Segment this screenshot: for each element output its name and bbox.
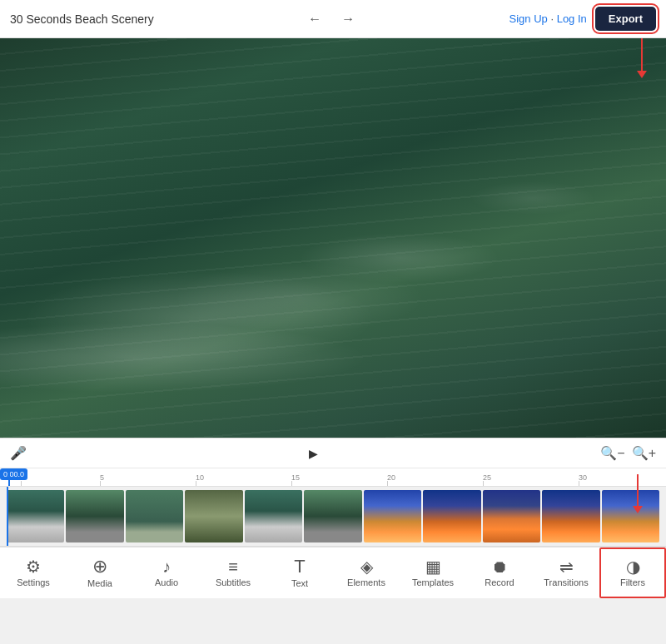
tick-15 — [291, 481, 292, 486]
export-button[interactable]: Export — [595, 7, 656, 31]
filters-label: Filters — [620, 578, 645, 587]
header-right: Sign Up · Log In Export — [509, 7, 656, 31]
film-frame-9 — [483, 490, 540, 542]
nav-item-elements[interactable]: ◈ Elements — [333, 547, 400, 598]
templates-icon: ▦ — [425, 558, 441, 575]
subtitles-label: Subtitles — [216, 578, 251, 587]
timeline-ruler: 0:00.0 5 10 15 20 25 30 — [0, 468, 666, 487]
film-frame-1 — [7, 490, 64, 542]
transitions-label: Transitions — [544, 578, 588, 587]
subtitles-icon: ≡ — [228, 558, 238, 575]
film-frame-6 — [304, 490, 361, 542]
elements-label: Elements — [347, 578, 385, 587]
zoom-controls: 🔍− 🔍+ — [600, 445, 656, 461]
playhead-marker — [8, 468, 10, 486]
tick-0 — [21, 481, 22, 486]
redo-button[interactable]: → — [336, 8, 360, 30]
timeline-area: 🎤 ▶ 🔍− 🔍+ 0:00.0 5 10 15 20 25 — [0, 438, 666, 547]
zoom-in-button[interactable]: 🔍+ — [632, 445, 656, 461]
filter-arrow-head — [633, 506, 643, 513]
filters-icon: ◑ — [626, 558, 640, 575]
tick-25 — [483, 481, 484, 486]
ruler-time-15: 15 — [291, 473, 300, 482]
ruler-inner: 0:00.0 5 10 15 20 25 30 — [0, 468, 666, 486]
nav-item-settings[interactable]: ⚙ Settings — [0, 547, 67, 598]
current-time-badge: 0:00.0 — [0, 468, 27, 480]
zoom-out-button[interactable]: 🔍− — [600, 445, 624, 461]
nav-item-subtitles[interactable]: ≡ Subtitles — [200, 547, 266, 598]
filmstrip — [0, 487, 666, 546]
export-arrow-indicator — [641, 38, 643, 72]
nav-item-media[interactable]: ⊕ Media — [67, 547, 133, 598]
record-icon: ⏺ — [491, 558, 508, 575]
video-canvas — [0, 38, 666, 438]
tick-20 — [387, 481, 388, 486]
video-preview — [0, 38, 666, 438]
log-in-link[interactable]: Log In — [557, 12, 587, 25]
nav-item-audio[interactable]: ♪ Audio — [133, 547, 200, 598]
ruler-time-20: 20 — [387, 473, 395, 482]
nav-item-record[interactable]: ⏺ Record — [466, 547, 533, 598]
ruler-time-30: 30 — [579, 473, 587, 482]
text-icon: T — [294, 557, 305, 576]
ruler-time-25: 25 — [483, 473, 491, 482]
filter-arrow-line — [637, 474, 639, 506]
film-frame-10 — [542, 490, 599, 542]
mic-icon[interactable]: 🎤 — [10, 445, 27, 461]
project-title: 30 Seconds Beach Scenery — [10, 12, 154, 26]
nav-item-text[interactable]: T Text — [266, 547, 333, 598]
templates-label: Templates — [412, 578, 454, 587]
film-frame-7 — [364, 490, 421, 542]
sign-up-link[interactable]: Sign Up — [509, 12, 548, 25]
header-center: ← → — [303, 8, 360, 30]
film-frame-2 — [66, 490, 123, 542]
filmstrip-playhead — [7, 487, 8, 546]
tick-5 — [100, 481, 101, 486]
ruler-time-10: 10 — [196, 473, 204, 482]
nav-item-templates[interactable]: ▦ Templates — [400, 547, 466, 598]
settings-icon: ⚙ — [26, 558, 41, 575]
film-frame-5 — [245, 490, 302, 542]
film-frame-4 — [185, 490, 242, 542]
settings-label: Settings — [17, 578, 50, 587]
auth-links: Sign Up · Log In — [509, 12, 587, 25]
undo-button[interactable]: ← — [303, 8, 326, 30]
audio-icon: ♪ — [162, 558, 171, 575]
film-frame-11 — [602, 490, 659, 542]
tick-10 — [196, 481, 196, 486]
play-button[interactable]: ▶ — [309, 447, 318, 460]
nav-item-transitions[interactable]: ⇌ Transitions — [533, 547, 599, 598]
elements-icon: ◈ — [360, 558, 373, 575]
text-label: Text — [291, 579, 308, 588]
film-frame-8 — [423, 490, 480, 542]
bottom-nav: ⚙ Settings ⊕ Media ♪ Audio ≡ Subtitles T… — [0, 547, 666, 598]
header: 30 Seconds Beach Scenery ← → Sign Up · L… — [0, 0, 666, 38]
wave-detail — [0, 38, 666, 438]
tick-30 — [579, 481, 579, 486]
filmstrip-wrapper — [0, 487, 666, 547]
media-label: Media — [87, 579, 112, 588]
auth-separator: · — [550, 12, 554, 25]
audio-label: Audio — [155, 578, 178, 587]
nav-item-filters[interactable]: ◑ Filters — [599, 547, 666, 598]
filter-arrow-indicator — [633, 474, 643, 513]
film-frame-3 — [126, 490, 183, 542]
record-label: Record — [485, 578, 514, 587]
transitions-icon: ⇌ — [559, 558, 574, 575]
timeline-controls: 🎤 ▶ 🔍− 🔍+ — [0, 438, 666, 468]
media-icon: ⊕ — [92, 557, 107, 576]
